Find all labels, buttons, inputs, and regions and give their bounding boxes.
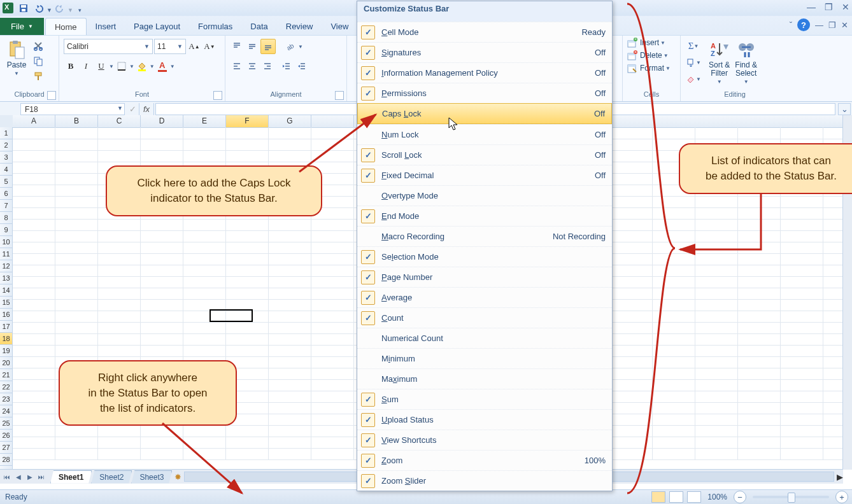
tab-formulas[interactable]: Formulas (189, 18, 241, 34)
align-right-button[interactable] (260, 59, 274, 73)
align-left-button[interactable] (230, 59, 244, 73)
shrink-font-button[interactable]: A▼ (202, 39, 217, 53)
tab-review[interactable]: Review (277, 18, 322, 34)
autosum-button[interactable]: Σ▼ (685, 39, 702, 53)
tab-view[interactable]: View (322, 18, 357, 34)
font-name-combo[interactable]: Calibri▼ (64, 39, 153, 54)
row-headers[interactable]: 1234567891011121314151617181920212223242… (0, 127, 13, 470)
csb-item-count[interactable]: ✓Count (357, 307, 612, 328)
window-restore-button[interactable]: ❐ (825, 2, 833, 12)
formula-bar-expand[interactable]: ⌄ (838, 103, 851, 115)
csb-item-sum[interactable]: ✓Sum (357, 389, 612, 409)
sheet-tab-sheet3[interactable]: Sheet3 (131, 470, 172, 484)
csb-item-average[interactable]: ✓Average (357, 287, 612, 307)
sheet-nav-next[interactable]: ▶ (24, 471, 36, 482)
zoom-slider[interactable] (753, 496, 829, 498)
borders-button[interactable] (115, 59, 129, 73)
workbook-close-button[interactable]: ✕ (841, 20, 848, 30)
sort-filter-button[interactable]: AZ Sort &Filter▼ (706, 38, 732, 87)
view-page-break-button[interactable] (687, 491, 701, 503)
clear-button[interactable]: ▼ (685, 72, 702, 86)
csb-item-view-shortcuts[interactable]: ✓View Shortcuts (357, 430, 612, 450)
bold-button[interactable]: B (64, 59, 78, 73)
italic-button[interactable]: I (79, 59, 93, 73)
select-all-triangle[interactable] (0, 115, 13, 128)
csb-item-cell-mode[interactable]: ✓Cell ModeReady (357, 22, 612, 42)
format-cells-button[interactable]: Format▼ (627, 62, 671, 74)
tab-page-layout[interactable]: Page Layout (125, 18, 189, 34)
csb-item-zoom[interactable]: ✓Zoom100% (357, 450, 612, 470)
tab-insert[interactable]: Insert (87, 18, 125, 34)
workbook-minimize-button[interactable]: — (815, 20, 823, 30)
csb-item-upload-status[interactable]: ✓Upload Status (357, 409, 612, 430)
align-middle-button[interactable] (245, 39, 259, 53)
decrease-indent-button[interactable] (280, 59, 294, 73)
csb-item-minimum[interactable]: Minimum (357, 348, 612, 368)
find-select-button[interactable]: Find &Select▼ (732, 38, 760, 87)
sheet-nav-last[interactable]: ⏭ (36, 471, 47, 482)
name-box[interactable]: F18▼ (20, 103, 125, 115)
tab-file[interactable]: File▼ (0, 18, 44, 35)
hscroll-right[interactable]: ▶ (837, 472, 843, 482)
csb-item-caps-lock[interactable]: Caps LockOff (357, 103, 612, 124)
zoom-out-button[interactable]: − (734, 491, 746, 503)
fx-button[interactable]: fx (139, 103, 154, 115)
view-normal-button[interactable] (651, 491, 665, 503)
sheet-tab-sheet2[interactable]: Sheet2 (91, 470, 132, 484)
view-page-layout-button[interactable] (669, 491, 683, 503)
csb-item-page-number[interactable]: ✓Page Number (357, 267, 612, 287)
tab-home[interactable]: Home (45, 18, 87, 35)
csb-item-permissions[interactable]: ✓PermissionsOff (357, 83, 612, 103)
csb-item-selection-mode[interactable]: ✓Selection Mode (357, 246, 612, 267)
sheet-nav-prev[interactable]: ◀ (13, 471, 24, 482)
insert-cells-button[interactable]: +Insert▼ (627, 37, 665, 48)
sheet-nav-first[interactable]: ⏮ (1, 471, 13, 482)
delete-cells-button[interactable]: ×Delete▼ (627, 50, 669, 61)
csb-item-macro-recording[interactable]: Macro RecordingNot Recording (357, 226, 612, 246)
window-close-button[interactable]: ✕ (842, 2, 849, 12)
align-top-button[interactable] (230, 39, 244, 53)
qat-undo-button[interactable] (32, 2, 46, 15)
csb-item-information-management-policy[interactable]: ✓Information Management PolicyOff (357, 62, 612, 83)
align-center-button[interactable] (245, 59, 259, 73)
underline-button[interactable]: U (94, 59, 108, 73)
font-dialog-launcher[interactable] (213, 91, 222, 100)
align-bottom-button[interactable] (260, 39, 276, 54)
fill-button[interactable]: ▼ (685, 55, 702, 69)
status-bar[interactable]: Ready 100% − + (0, 489, 852, 504)
csb-item-scroll-lock[interactable]: ✓Scroll LockOff (357, 144, 612, 165)
new-sheet-button[interactable]: ✸ (174, 472, 181, 482)
qat-redo-button[interactable] (53, 2, 67, 15)
csb-item-fixed-decimal[interactable]: ✓Fixed DecimalOff (357, 165, 612, 185)
csb-item-maximum[interactable]: Maximum (357, 368, 612, 389)
clipboard-dialog-launcher[interactable] (47, 91, 56, 100)
csb-item-end-mode[interactable]: ✓End Mode (357, 206, 612, 226)
grow-font-button[interactable]: A▲ (187, 39, 201, 53)
ribbon-minimize-caret[interactable]: ˇ (790, 20, 792, 30)
format-painter-button[interactable] (31, 69, 45, 83)
alignment-dialog-launcher[interactable] (335, 91, 344, 100)
qat-customize-button[interactable]: ▾ (78, 7, 82, 13)
font-size-combo[interactable]: 11▼ (154, 39, 186, 54)
csb-item-signatures[interactable]: ✓SignaturesOff (357, 42, 612, 62)
zoom-value[interactable]: 100% (707, 493, 727, 501)
workbook-restore-button[interactable]: ❐ (828, 20, 836, 30)
paste-button[interactable]: Paste▼ (4, 38, 29, 79)
window-minimize-button[interactable]: — (807, 2, 816, 12)
help-icon[interactable]: ? (797, 18, 810, 31)
cut-button[interactable] (31, 39, 45, 53)
csb-item-numerical-count[interactable]: Numerical Count (357, 328, 612, 348)
font-color-button[interactable]: A (155, 59, 169, 73)
checkbox-icon (362, 107, 376, 121)
tab-data[interactable]: Data (241, 18, 276, 34)
csb-item-overtype-mode[interactable]: Overtype Mode (357, 185, 612, 206)
csb-item-num-lock[interactable]: Num LockOff (357, 124, 612, 144)
zoom-in-button[interactable]: + (835, 491, 848, 503)
sheet-tab-sheet1[interactable]: Sheet1 (50, 470, 92, 484)
copy-button[interactable] (31, 54, 45, 68)
increase-indent-button[interactable] (295, 59, 309, 73)
qat-save-button[interactable] (17, 2, 31, 15)
orientation-button[interactable]: ab (283, 39, 297, 53)
csb-item-zoom-slider[interactable]: ✓Zoom Slider (357, 470, 612, 491)
fill-color-button[interactable] (135, 59, 149, 73)
